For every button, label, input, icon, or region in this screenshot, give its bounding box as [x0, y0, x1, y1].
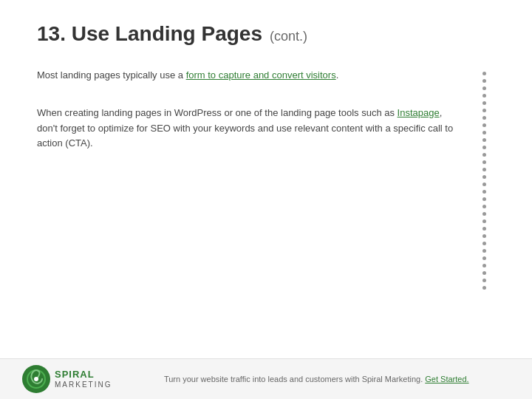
- dot: [482, 197, 486, 201]
- logo-spiral-text: SPIRAL: [55, 369, 112, 380]
- logo-marketing-text: MARKETING: [55, 381, 112, 389]
- slide-title-cont: (cont.): [270, 29, 307, 44]
- dot: [482, 249, 486, 253]
- dot: [482, 227, 486, 231]
- logo-text-group: SPIRAL MARKETING: [55, 369, 112, 388]
- dot: [482, 234, 486, 238]
- footer-link[interactable]: Get Started.: [425, 375, 468, 383]
- dot: [482, 271, 486, 275]
- dot: [482, 183, 486, 186]
- slide-container: 13. Use Landing Pages (cont.) Most landi…: [0, 0, 532, 399]
- paragraph-2: When creating landing pages in WordPress…: [37, 106, 458, 151]
- dot: [482, 168, 486, 171]
- dot: [482, 256, 486, 260]
- dot: [482, 94, 486, 98]
- dot: [482, 131, 486, 134]
- content-area: Most landing pages typically use a form …: [37, 68, 495, 290]
- dot: [482, 109, 486, 112]
- dot: [482, 190, 486, 194]
- dots-column: [473, 68, 495, 290]
- dot: [482, 116, 486, 120]
- dot: [482, 205, 486, 208]
- paragraph-1-link[interactable]: form to capture and convert visitors: [186, 69, 336, 81]
- logo-container: SPIRAL MARKETING: [22, 365, 112, 393]
- dot: [482, 72, 486, 75]
- dot: [482, 123, 486, 127]
- paragraph-1-text-before: Most landing pages typically use a: [37, 69, 186, 81]
- dot: [482, 138, 486, 142]
- footer-text-before: Turn your website traffic into leads and…: [164, 375, 423, 383]
- dot: [482, 286, 486, 290]
- title-row: 13. Use Landing Pages (cont.): [37, 22, 495, 46]
- text-column: Most landing pages typically use a form …: [37, 68, 458, 290]
- paragraph-1-text-after: .: [336, 69, 339, 81]
- paragraph-2-link[interactable]: Instapage: [398, 107, 440, 118]
- dot: [482, 175, 486, 179]
- dot: [482, 146, 486, 149]
- dot: [482, 279, 486, 282]
- dot: [482, 264, 486, 267]
- slide-title: 13. Use Landing Pages: [37, 22, 262, 46]
- dot: [482, 160, 486, 164]
- dot: [482, 219, 486, 223]
- logo-circle: [22, 365, 50, 393]
- paragraph-1: Most landing pages typically use a form …: [37, 68, 458, 83]
- paragraph-2-text-before: When creating landing pages in WordPress…: [37, 107, 398, 118]
- dot: [482, 212, 486, 216]
- dot: [482, 101, 486, 105]
- footer-text: Turn your website traffic into leads and…: [123, 375, 510, 383]
- footer: SPIRAL MARKETING Turn your website traff…: [0, 358, 532, 399]
- dot: [482, 153, 486, 157]
- svg-point-2: [34, 377, 38, 381]
- logo-icon: [23, 366, 50, 392]
- dot: [482, 79, 486, 83]
- dot: [482, 242, 486, 245]
- main-content: 13. Use Landing Pages (cont.) Most landi…: [0, 0, 532, 358]
- dot: [482, 86, 486, 90]
